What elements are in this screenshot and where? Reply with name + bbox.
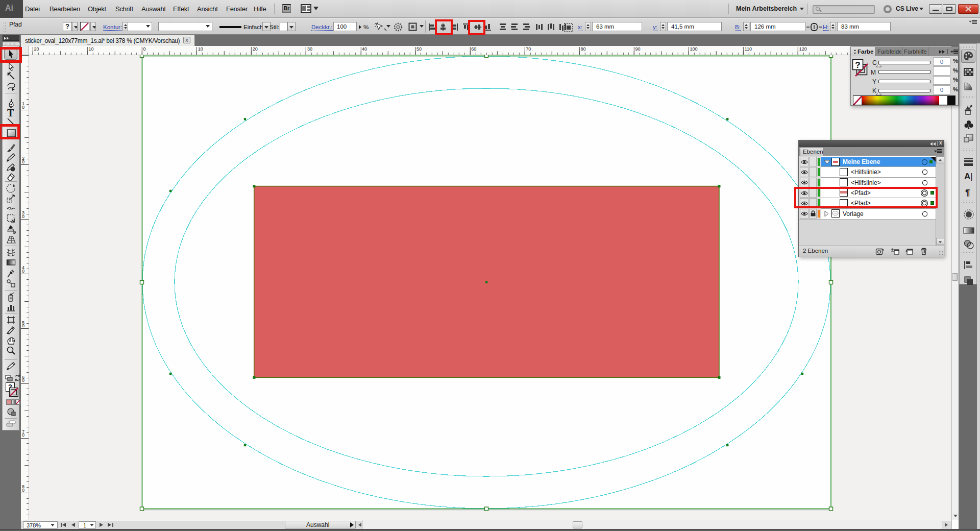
svg-text:?: ? (855, 60, 860, 70)
